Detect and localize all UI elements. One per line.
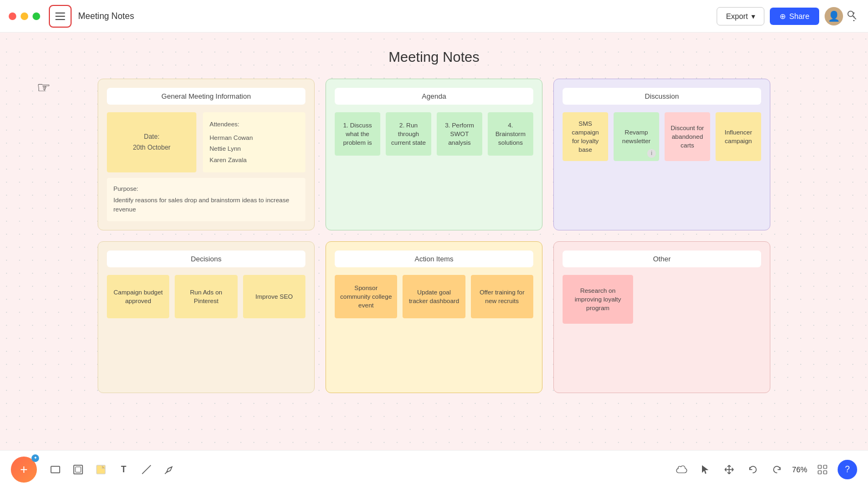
svg-point-0	[848, 11, 853, 16]
svg-line-1	[853, 16, 856, 19]
cursor-tool[interactable]	[697, 461, 714, 478]
other-item-1[interactable]: Research on improving loyalty program	[563, 275, 633, 324]
svg-rect-5	[97, 465, 105, 474]
action-item-1[interactable]: Sponsor community college event	[335, 275, 397, 318]
action-item-2[interactable]: Update goal tracker dashboard	[403, 275, 465, 318]
zoom-level: 76%	[792, 465, 807, 474]
minimize-light[interactable]	[21, 12, 28, 20]
svg-rect-9	[824, 465, 827, 468]
grid-button[interactable]	[814, 461, 831, 478]
search-button[interactable]	[846, 9, 857, 23]
discussion-item-3[interactable]: Discount for abandoned carts	[665, 112, 710, 161]
cloud-icon	[675, 465, 687, 474]
redo-button[interactable]	[768, 461, 786, 478]
text-icon: T	[121, 465, 126, 474]
frame-icon	[73, 464, 84, 475]
discussion-item-1[interactable]: SMS campaign for loyalty base	[563, 112, 608, 161]
board-grid: General Meeting Information Date: 20th O…	[0, 79, 868, 415]
maximize-light[interactable]	[33, 12, 40, 20]
decisions-section-header: Decisions	[107, 251, 305, 267]
rectangle-tool[interactable]	[46, 460, 65, 479]
other-section: Other Research on improving loyalty prog…	[553, 241, 770, 393]
agenda-item-4[interactable]: 4. Brainstorm solutions	[488, 112, 533, 156]
svg-rect-11	[824, 471, 827, 474]
purpose-text: Identify reasons for sales drop and brai…	[113, 196, 299, 215]
hamburger-icon	[55, 12, 65, 20]
agenda-item-1[interactable]: 1. Discuss what the problem is	[335, 112, 380, 156]
svg-line-6	[142, 465, 151, 474]
general-section-header: General Meeting Information	[107, 88, 305, 105]
agenda-section: Agenda 1. Discuss what the problem is 2.…	[326, 79, 542, 230]
move-tool[interactable]	[720, 461, 738, 478]
svg-rect-8	[818, 465, 821, 468]
agenda-section-header: Agenda	[335, 88, 533, 105]
discussion-item-2[interactable]: Revamp newsletter i	[614, 112, 659, 161]
bottom-toolbar: + ✦ T	[0, 450, 868, 488]
svg-line-7	[165, 472, 167, 474]
export-button[interactable]: Export ▾	[717, 7, 764, 25]
agenda-item-3[interactable]: 3. Perform SWOT analysis	[437, 112, 482, 156]
rectangle-icon	[50, 464, 61, 475]
date-label: Date:	[144, 133, 159, 140]
help-button[interactable]: ?	[838, 460, 857, 479]
share-button[interactable]: ⊕ Share	[770, 8, 819, 25]
agenda-item-2[interactable]: 2. Run through current state	[386, 112, 431, 156]
right-tools: 76% ?	[673, 460, 857, 479]
attendees-box: Attendees: Herman Cowan Nettie Lynn Kare…	[203, 112, 305, 172]
share-icon: ⊕	[780, 12, 786, 21]
text-tool[interactable]: T	[114, 460, 133, 479]
discussion-item-4[interactable]: Influencer campaign	[716, 112, 761, 161]
page-title: Meeting Notes	[0, 49, 868, 66]
action-section-header: Action Items	[335, 251, 533, 267]
avatar[interactable]: 👤	[825, 7, 843, 25]
question-icon: ?	[845, 465, 850, 474]
close-light[interactable]	[9, 12, 16, 20]
purpose-box: Purpose: Identify reasons for sales drop…	[107, 178, 305, 221]
sticky-tool[interactable]	[91, 460, 111, 479]
discussion-section: Discussion SMS campaign for loyalty base…	[553, 79, 770, 230]
cloud-save-button[interactable]	[673, 461, 690, 478]
redo-icon	[772, 465, 782, 474]
decision-item-1[interactable]: Campaign budget approved	[107, 275, 169, 318]
sticky-icon	[95, 464, 106, 475]
document-title: Meeting Notes	[78, 11, 717, 21]
search-icon	[846, 9, 857, 20]
svg-rect-4	[75, 467, 81, 472]
undo-icon	[748, 465, 758, 474]
date-box: Date: 20th October	[107, 112, 196, 172]
frame-tool[interactable]	[68, 460, 88, 479]
svg-rect-10	[818, 471, 821, 474]
decisions-section: Decisions Campaign budget approved Run A…	[98, 241, 315, 393]
grid-icon	[818, 465, 827, 474]
move-icon	[724, 464, 735, 475]
other-section-header: Other	[563, 251, 761, 267]
info-icon[interactable]: i	[647, 149, 656, 158]
undo-button[interactable]	[744, 461, 762, 478]
action-item-3[interactable]: Offer training for new recruits	[471, 275, 533, 318]
attendees-label: Attendees:	[209, 119, 299, 130]
line-icon	[141, 464, 152, 475]
general-section: General Meeting Information Date: 20th O…	[98, 79, 315, 230]
svg-rect-2	[51, 466, 60, 473]
cursor-icon	[701, 464, 710, 475]
fab-add-button[interactable]: + ✦	[11, 457, 37, 483]
attendee-2: Nettie Lynn	[209, 143, 299, 155]
svg-rect-3	[74, 465, 82, 474]
decision-item-3[interactable]: Improve SEO	[243, 275, 305, 318]
highlight-icon	[164, 464, 175, 475]
highlight-tool[interactable]	[159, 460, 179, 479]
general-top: Date: 20th October Attendees: Herman Cow…	[107, 112, 305, 172]
action-section: Action Items Sponsor community college e…	[326, 241, 542, 393]
decision-item-2[interactable]: Run Ads on Pinterest	[175, 275, 237, 318]
attendee-3: Karen Zavala	[209, 155, 299, 166]
menu-button[interactable]	[49, 5, 72, 28]
date-value: 20th October	[133, 144, 170, 151]
title-bar: Meeting Notes Export ▾ ⊕ Share 👤 ⋮	[0, 0, 868, 33]
line-tool[interactable]	[137, 460, 156, 479]
attendee-1: Herman Cowan	[209, 132, 299, 144]
sparkle-icon: ✦	[31, 454, 39, 462]
plus-icon: +	[20, 462, 28, 477]
purpose-label: Purpose:	[113, 184, 299, 194]
chevron-down-icon: ▾	[751, 12, 755, 21]
discussion-section-header: Discussion	[563, 88, 761, 105]
